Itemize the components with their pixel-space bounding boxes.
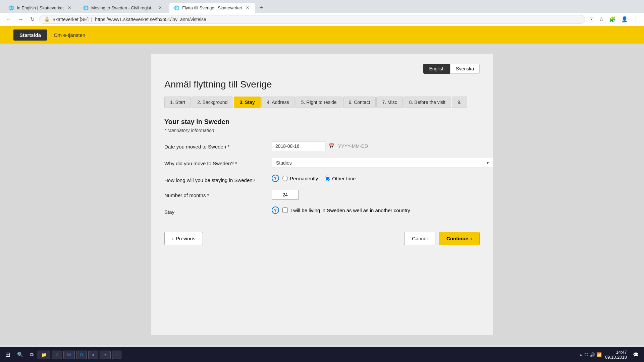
reason-label: Why did you move to Sweden? *: [164, 158, 272, 166]
date-input-wrapper: 📅: [272, 141, 335, 151]
date-label: Date you moved to Sweden *: [164, 141, 272, 149]
form-container: English Svenska Anmäl flyttning till Sve…: [151, 54, 493, 335]
permanently-radio[interactable]: [282, 176, 288, 181]
lock-icon: 🔒: [44, 17, 50, 22]
footer-right: Cancel Continue ›: [404, 232, 480, 245]
months-label: Number of months *: [164, 190, 272, 198]
address-input[interactable]: [52, 17, 580, 22]
date-control-area: 📅 YYYY-MM-DD: [272, 141, 480, 151]
om-etjansten-link[interactable]: Om e-tjänsten: [54, 32, 85, 38]
svenska-lang-button[interactable]: Svenska: [450, 64, 480, 74]
taskbar-app-excel[interactable]: X: [52, 351, 62, 359]
stay-label: Stay: [164, 206, 272, 215]
search-button[interactable]: 🔍: [14, 350, 26, 359]
tab-label: In English | Skatteverket: [17, 5, 64, 10]
extension-icon[interactable]: 🧩: [608, 15, 617, 24]
notification-button[interactable]: 💬: [630, 351, 641, 359]
new-tab-button[interactable]: +: [257, 3, 266, 13]
stay-checkbox-label[interactable]: I will be living in Sweden as well as in…: [282, 207, 410, 213]
duration-row: How long will you be staying in Sweden? …: [164, 175, 480, 183]
date-row: Date you moved to Sweden * 📅 YYYY-MM-DD: [164, 141, 480, 151]
tab-favicon: 🌐: [174, 5, 179, 10]
reason-row: Why did you move to Sweden? * Studies Wo…: [164, 158, 480, 168]
stay-row: Stay ? I will be living in Sweden as wel…: [164, 206, 480, 215]
step-tab-9[interactable]: 9.: [452, 97, 467, 108]
translate-icon[interactable]: ⊡: [588, 15, 595, 24]
startsida-button[interactable]: Startsida: [13, 29, 47, 41]
tab-close[interactable]: ✕: [245, 5, 251, 11]
taskbar: ⊞ 🔍 ⧉ 📁 X W O ● ✈ ♪ ▲ 🛡 🔊 📶 14:47 09.10.…: [0, 347, 644, 362]
continue-button[interactable]: Continue ›: [439, 232, 480, 245]
other-time-option[interactable]: Other time: [325, 176, 356, 181]
calendar-icon[interactable]: 📅: [328, 143, 335, 149]
step-tab-stay[interactable]: 3. Stay: [234, 97, 260, 108]
stay-control-area: ? I will be living in Sweden as well as …: [272, 206, 480, 214]
tab-label: Moving to Sweden - Civil regist...: [91, 5, 155, 10]
step-tab-address[interactable]: 4. Address: [261, 97, 295, 108]
taskbar-app-outlook[interactable]: O: [76, 351, 87, 359]
account-icon[interactable]: 👤: [620, 15, 629, 24]
reason-control-area: Studies Work Family Other: [272, 158, 493, 168]
duration-help-icon[interactable]: ?: [272, 175, 279, 182]
reload-button[interactable]: ↻: [28, 15, 37, 24]
permanently-option[interactable]: Permanently: [282, 176, 318, 181]
forward-button[interactable]: →: [16, 15, 25, 24]
previous-label: Previous: [176, 236, 195, 241]
taskbar-app-spotify[interactable]: ♪: [112, 351, 122, 359]
app-header: Startsida Om e-tjänsten: [0, 26, 644, 44]
step-tab-start[interactable]: 1. Start: [164, 97, 191, 108]
date-input[interactable]: [272, 141, 325, 151]
duration-control-area: ? Permanently Other time: [272, 175, 480, 182]
taskbar-app-chrome[interactable]: ●: [88, 351, 98, 359]
tab-english[interactable]: 🌐 In English | Skatteverket ✕: [4, 3, 77, 13]
tab-close[interactable]: ✕: [66, 5, 72, 11]
permanently-label: Permanently: [290, 176, 318, 181]
reason-select-wrapper: Studies Work Family Other: [272, 158, 493, 168]
previous-button[interactable]: ‹ Previous: [164, 232, 203, 245]
duration-label: How long will you be staying in Sweden?: [164, 175, 272, 183]
step-tab-before-visit[interactable]: 8. Before the visit: [404, 97, 451, 108]
page-title: Anmäl flyttning till Sverige: [164, 79, 480, 90]
taskbar-icons: ▲ 🛡 🔊 📶: [579, 352, 602, 357]
language-switcher: English Svenska: [164, 64, 480, 74]
mandatory-note: * Mandatory information: [164, 128, 480, 133]
tab-label: Flytta till Sverige | Skatteverket: [182, 5, 242, 10]
step-tabs: 1. Start 2. Background 3. Stay 4. Addres…: [164, 97, 480, 108]
footer-left: ‹ Previous: [164, 232, 203, 245]
english-lang-button[interactable]: English: [423, 64, 450, 74]
tab-favicon: 🌐: [83, 5, 89, 10]
back-button[interactable]: ←: [4, 15, 13, 24]
taskbar-left: ⊞ 🔍 ⧉ 📁 X W O ● ✈ ♪: [3, 350, 121, 360]
menu-icon[interactable]: ⋮: [632, 15, 640, 24]
stay-checkbox-text: I will be living in Sweden as well as in…: [290, 207, 410, 213]
taskbar-app-telegram[interactable]: ✈: [100, 351, 111, 359]
next-arrow-icon: ›: [470, 236, 472, 241]
step-tab-contact[interactable]: 6. Contact: [343, 97, 376, 108]
continue-label: Continue: [446, 236, 468, 241]
tab-favicon: 🌐: [9, 5, 14, 10]
step-tab-misc[interactable]: 7. Misc: [376, 97, 402, 108]
stay-help-icon[interactable]: ?: [272, 206, 279, 214]
page-background: English Svenska Anmäl flyttning till Sve…: [0, 44, 644, 345]
section-title: Your stay in Sweden: [164, 118, 480, 126]
other-time-label: Other time: [332, 176, 356, 181]
stay-checkbox[interactable]: [282, 207, 288, 213]
taskbar-app-explorer[interactable]: 📁: [38, 351, 50, 359]
other-time-radio[interactable]: [325, 176, 330, 181]
months-control-area: [272, 190, 480, 200]
cancel-button[interactable]: Cancel: [404, 232, 435, 245]
tab-moving[interactable]: 🌐 Moving to Sweden - Civil regist... ✕: [78, 3, 168, 13]
form-footer: ‹ Previous Cancel Continue ›: [164, 225, 480, 245]
address-bar: 🔒: [39, 15, 585, 24]
step-tab-background[interactable]: 2. Background: [192, 97, 233, 108]
tab-flytta[interactable]: 🌐 Flytta till Sverige | Skatteverket ✕: [169, 3, 255, 13]
taskbar-time-value: 14:47: [605, 350, 627, 355]
start-button[interactable]: ⊞: [3, 350, 13, 360]
step-tab-right-to-reside[interactable]: 5. Right to reside: [296, 97, 342, 108]
tab-close[interactable]: ✕: [157, 5, 163, 11]
reason-select[interactable]: Studies Work Family Other: [272, 158, 493, 168]
taskbar-app-word[interactable]: W: [63, 351, 75, 359]
months-input[interactable]: [272, 190, 299, 200]
bookmark-icon[interactable]: ☆: [598, 15, 605, 24]
taskview-button[interactable]: ⧉: [28, 351, 36, 359]
